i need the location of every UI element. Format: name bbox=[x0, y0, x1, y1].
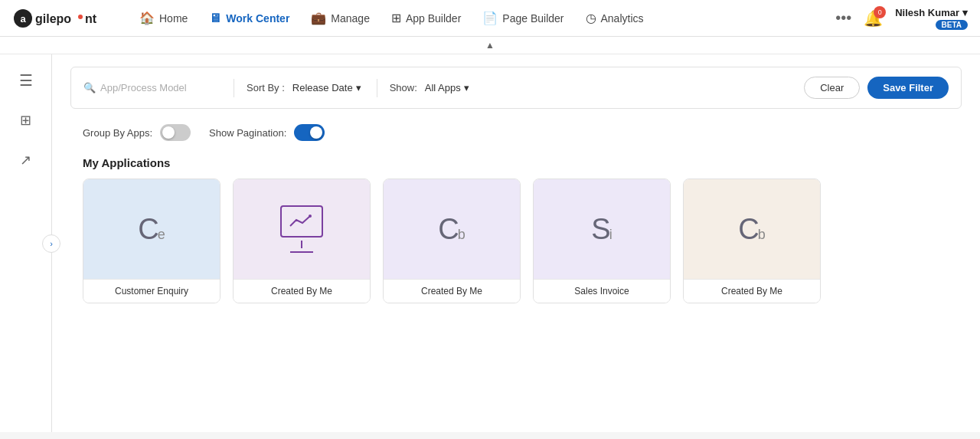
chart-svg bbox=[287, 212, 316, 231]
show-label: Show: bbox=[390, 82, 417, 93]
collapse-bar: ▲ bbox=[0, 37, 980, 54]
chevron-down-icon: ▾ bbox=[356, 82, 361, 93]
notification-badge: 0 bbox=[874, 6, 886, 18]
search-placeholder: App/Process Model bbox=[100, 82, 187, 93]
filter-bar: 🔍 App/Process Model Sort By : Release Da… bbox=[70, 67, 962, 109]
nav-more-button[interactable]: ••• bbox=[835, 9, 851, 27]
collapse-button[interactable]: ▲ bbox=[485, 40, 495, 51]
app-card-label: Created By Me bbox=[384, 279, 520, 303]
nav-app-builder-label: App Builder bbox=[406, 12, 461, 25]
show-dropdown[interactable]: All Apps ▾ bbox=[422, 80, 472, 95]
nav-items: 🏠 Home 🖥 Work Center 💼 Manage ⊞ App Buil… bbox=[130, 6, 835, 30]
sidebar-trending-button[interactable]: ↗ bbox=[9, 143, 43, 177]
home-icon: 🏠 bbox=[139, 11, 155, 25]
sort-label: Sort By : bbox=[247, 82, 285, 93]
analytics-icon: ◷ bbox=[586, 11, 596, 25]
work-center-icon: 🖥 bbox=[209, 11, 221, 25]
nav-item-home[interactable]: 🏠 Home bbox=[130, 6, 197, 30]
manage-icon: 💼 bbox=[311, 11, 326, 25]
app-card-label: Created By Me bbox=[684, 279, 820, 303]
show-pagination-label: Show Pagination: bbox=[209, 127, 286, 139]
show-group: Show: All Apps ▾ bbox=[390, 80, 472, 95]
app-card-created-by-me-2[interactable]: Cb Created By Me bbox=[383, 179, 521, 303]
filter-actions: Clear Save Filter bbox=[804, 77, 949, 99]
main-layout: ☰ ⊞ ↗ › 🔍 App/Process Model Sort By : Re… bbox=[0, 54, 980, 432]
app-card-icon: Cb bbox=[684, 179, 820, 279]
logo-svg: a gilepo nt bbox=[12, 8, 112, 29]
show-pagination-option: Show Pagination: bbox=[209, 124, 325, 141]
nav-analytics-label: Analytics bbox=[601, 12, 644, 25]
nav-manage-label: Manage bbox=[331, 12, 370, 25]
group-by-label: Group By Apps: bbox=[83, 127, 152, 139]
nav-right: ••• 🔔 0 Nilesh Kumar ▾ BETA bbox=[835, 7, 968, 30]
sidebar-expand-button[interactable]: › bbox=[42, 234, 60, 253]
save-filter-button[interactable]: Save Filter bbox=[867, 77, 949, 99]
nav-item-app-builder[interactable]: ⊞ App Builder bbox=[382, 6, 470, 30]
app-card-icon: Cb bbox=[384, 179, 520, 279]
sidebar-grid-button[interactable]: ⊞ bbox=[9, 103, 43, 137]
user-name: Nilesh Kumar ▾ bbox=[895, 7, 968, 18]
app-grid: Ce Customer Enquiry bbox=[70, 179, 962, 303]
app-card-created-by-me-1[interactable]: Created By Me bbox=[233, 179, 371, 303]
search-icon: 🔍 bbox=[83, 82, 96, 93]
user-section[interactable]: Nilesh Kumar ▾ BETA bbox=[895, 7, 968, 30]
nav-item-work-center[interactable]: 🖥 Work Center bbox=[200, 7, 299, 30]
chevron-down-icon: ▾ bbox=[464, 82, 469, 93]
clear-button[interactable]: Clear bbox=[804, 77, 860, 99]
svg-text:nt: nt bbox=[85, 12, 97, 25]
inbox-icon: ☰ bbox=[19, 71, 33, 90]
logo: a gilepo nt bbox=[12, 8, 112, 29]
grid-icon: ⊞ bbox=[20, 112, 31, 129]
left-sidebar: ☰ ⊞ ↗ › bbox=[0, 54, 52, 432]
nav-home-label: Home bbox=[159, 12, 188, 25]
app-card-icon bbox=[234, 179, 370, 279]
app-card-sales-invoice[interactable]: Si Sales Invoice bbox=[533, 179, 671, 303]
show-pagination-toggle[interactable] bbox=[294, 124, 325, 141]
filter-divider-1 bbox=[234, 79, 234, 97]
nav-page-builder-label: Page Builder bbox=[502, 12, 564, 25]
trending-icon: ↗ bbox=[20, 152, 31, 169]
chevron-down-icon: ▾ bbox=[962, 7, 968, 18]
toggle-knob bbox=[310, 126, 322, 139]
app-card-icon: Si bbox=[534, 179, 670, 279]
app-card-customer-enquiry[interactable]: Ce Customer Enquiry bbox=[83, 179, 220, 303]
presentation-icon bbox=[280, 205, 323, 253]
app-builder-icon: ⊞ bbox=[391, 11, 401, 25]
main-content: 🔍 App/Process Model Sort By : Release Da… bbox=[52, 54, 980, 432]
svg-point-5 bbox=[309, 215, 312, 218]
group-by-toggle[interactable] bbox=[160, 124, 191, 141]
sort-dropdown[interactable]: Release Date ▾ bbox=[289, 80, 364, 95]
svg-text:gilepo: gilepo bbox=[35, 12, 71, 25]
svg-text:a: a bbox=[20, 13, 26, 25]
app-card-label: Created By Me bbox=[234, 279, 370, 303]
sort-group: Sort By : Release Date ▾ bbox=[247, 80, 364, 95]
group-by-apps-option: Group By Apps: bbox=[83, 124, 191, 141]
notification-button[interactable]: 🔔 0 bbox=[864, 9, 883, 28]
top-nav: a gilepo nt 🏠 Home 🖥 Work Center 💼 Manag… bbox=[0, 0, 980, 37]
sidebar-inbox-button[interactable]: ☰ bbox=[9, 64, 43, 97]
filter-divider-2 bbox=[377, 79, 377, 97]
beta-badge: BETA bbox=[936, 20, 968, 30]
search-box[interactable]: 🔍 App/Process Model bbox=[83, 82, 221, 93]
nav-item-analytics[interactable]: ◷ Analytics bbox=[577, 6, 653, 30]
nav-work-center-label: Work Center bbox=[226, 12, 289, 25]
app-card-created-by-me-3[interactable]: Cb Created By Me bbox=[683, 179, 821, 303]
app-card-label: Customer Enquiry bbox=[83, 279, 220, 303]
section-title: My Applications bbox=[70, 153, 962, 179]
options-bar: Group By Apps: Show Pagination: bbox=[70, 118, 962, 147]
toggle-knob bbox=[162, 126, 175, 139]
page-builder-icon: 📄 bbox=[482, 11, 498, 25]
nav-item-manage[interactable]: 💼 Manage bbox=[302, 6, 379, 30]
app-card-icon: Ce bbox=[83, 179, 220, 279]
svg-point-3 bbox=[78, 15, 83, 19]
app-card-label: Sales Invoice bbox=[534, 279, 670, 303]
nav-item-page-builder[interactable]: 📄 Page Builder bbox=[473, 6, 573, 30]
